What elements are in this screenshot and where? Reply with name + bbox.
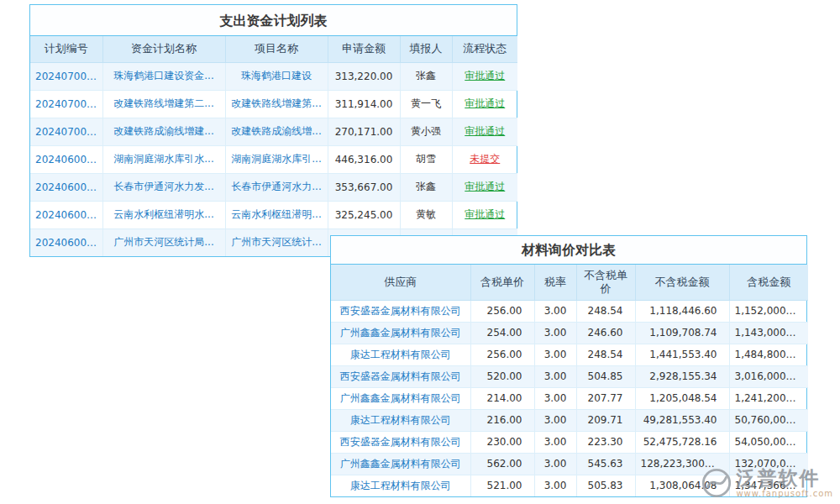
supplier-link[interactable]: 康达工程材料有限公司 [331,409,470,431]
process-status-link[interactable]: 审批通过 [452,62,517,90]
project-name-link[interactable]: 珠海鹤港口建设 [225,62,328,90]
table-row: 康达工程材料有限公司256.003.00248.541,441,553.401,… [331,344,808,365]
project-name-link[interactable]: 广州市天河区统计... [225,228,328,256]
amount-without-tax-cell: 49,281,553.40 [635,409,729,431]
price-with-tax-cell: 520.00 [470,365,534,387]
column-header-amount-with-tax: 含税金额 [729,265,808,300]
supplier-link[interactable]: 康达工程材料有限公司 [331,475,470,496]
amount-without-tax-cell: 2,928,155.34 [635,365,729,387]
column-header-filler: 填报人 [400,36,452,62]
price-without-tax-cell: 248.54 [576,344,635,365]
project-name-link[interactable]: 改建铁路成渝线增... [225,118,328,145]
supplier-link[interactable]: 广州鑫鑫金属材料有限公司 [331,322,470,344]
material-quote-table: 供应商含税单价税率不含税单价不含税金额含税金额西安盛器金属材料有限公司256.0… [331,265,808,496]
project-name-link[interactable]: 云南水利枢纽潜明... [225,201,328,228]
plan-no-link[interactable]: 2024070001 [30,118,102,145]
apply-amount-cell: 325,245.00 [328,201,400,228]
tax-rate-cell: 3.00 [534,387,576,409]
plan-no-link[interactable]: 2024070003 [30,62,102,90]
fanpu-logo-icon [701,467,732,499]
tax-rate-cell: 3.00 [534,322,576,344]
column-header-tax-rate: 税率 [534,265,576,300]
column-header-price-with-tax: 含税单价 [470,265,534,300]
table-row: 广州鑫鑫金属材料有限公司254.003.00246.601,109,708.74… [331,322,808,344]
amount-without-tax-cell: 1,118,446.60 [635,300,729,322]
column-header-process-status: 流程状态 [452,36,517,62]
column-header-price-without-tax: 不含税单价 [576,265,635,300]
amount-with-tax-cell: 1,152,000.00 [729,300,808,322]
supplier-link[interactable]: 西安盛器金属材料有限公司 [331,300,470,322]
watermark-text: 泛普软件 www.fanpusoft.com [736,468,833,497]
amount-without-tax-cell: 1,441,553.40 [635,344,729,365]
process-status-link[interactable]: 审批通过 [452,173,517,201]
plan-no-link[interactable]: 2024070002 [30,90,102,118]
amount-without-tax-cell: 52,475,728.16 [635,431,729,453]
filler-cell: 张鑫 [400,173,452,201]
tax-rate-cell: 3.00 [534,431,576,453]
fund-plan-name-link[interactable]: 改建铁路线增建第二... [102,90,225,118]
table-row: 西安盛器金属材料有限公司230.003.00223.3052,475,728.1… [331,431,808,453]
amount-with-tax-cell: 50,760,000.00 [729,409,808,431]
supplier-link[interactable]: 康达工程材料有限公司 [331,344,470,365]
fund-plan-name-link[interactable]: 湖南洞庭湖水库引水... [102,145,225,173]
price-with-tax-cell: 214.00 [470,387,534,409]
price-without-tax-cell: 504.85 [576,365,635,387]
amount-without-tax-cell: 1,109,708.74 [635,322,729,344]
column-header-plan-no: 计划编号 [30,36,102,62]
amount-without-tax-cell: 1,205,048.54 [635,387,729,409]
project-name-link[interactable]: 改建铁路线增建第... [225,90,328,118]
supplier-link[interactable]: 广州鑫鑫金属材料有限公司 [331,387,470,409]
tax-rate-cell: 3.00 [534,300,576,322]
tax-rate-cell: 3.00 [534,344,576,365]
filler-cell: 黄一飞 [400,90,452,118]
price-with-tax-cell: 256.00 [470,300,534,322]
tax-rate-cell: 3.00 [534,409,576,431]
price-without-tax-cell: 223.30 [576,431,635,453]
plan-no-link[interactable]: 2024060009 [30,201,102,228]
price-with-tax-cell: 254.00 [470,322,534,344]
fund-plan-name-link[interactable]: 广州市天河区统计局... [102,228,225,256]
fund-plan-name-link[interactable]: 云南水利枢纽潜明水... [102,201,225,228]
price-without-tax-cell: 209.71 [576,409,635,431]
filler-cell: 黄敏 [400,201,452,228]
table-row: 2024070001改建铁路成渝线增建...改建铁路成渝线增...270,171… [30,118,517,145]
table-row: 广州鑫鑫金属材料有限公司214.003.00207.771,205,048.54… [331,387,808,409]
supplier-link[interactable]: 西安盛器金属材料有限公司 [331,365,470,387]
column-header-project-name: 项目名称 [225,36,328,62]
process-status-link[interactable]: 审批通过 [452,90,517,118]
process-status-link[interactable]: 未提交 [452,145,517,173]
fund-plan-table-title: 支出资金计划列表 [30,5,517,36]
price-with-tax-cell: 230.00 [470,431,534,453]
supplier-link[interactable]: 广州鑫鑫金属材料有限公司 [331,453,470,475]
project-name-link[interactable]: 长春市伊通河水力... [225,173,328,201]
column-header-apply-amount: 申请金额 [328,36,400,62]
plan-no-link[interactable]: 2024060010 [30,173,102,201]
table-row: 2024060010长春市伊通河水力发...长春市伊通河水力...353,667… [30,173,517,201]
fund-plan-name-link[interactable]: 长春市伊通河水力发... [102,173,225,201]
price-without-tax-cell: 505.83 [576,475,635,496]
filler-cell: 胡雪 [400,145,452,173]
price-without-tax-cell: 246.60 [576,322,635,344]
material-quote-table-title: 材料询价对比表 [331,236,806,265]
project-name-link[interactable]: 湖南洞庭湖水库引... [225,145,328,173]
tax-rate-cell: 3.00 [534,365,576,387]
price-with-tax-cell: 256.00 [470,344,534,365]
fund-plan-name-link[interactable]: 珠海鹤港口建设资金... [102,62,225,90]
filler-cell: 黄小强 [400,118,452,145]
process-status-link[interactable]: 审批通过 [452,118,517,145]
column-header-supplier: 供应商 [331,265,470,300]
filler-cell: 张鑫 [400,62,452,90]
table-row: 2024060011湖南洞庭湖水库引水...湖南洞庭湖水库引...446,316… [30,145,517,173]
apply-amount-cell: 353,667.00 [328,173,400,201]
tax-rate-cell: 3.00 [534,453,576,475]
fanpu-watermark: 泛普软件 www.fanpusoft.com [701,467,833,499]
table-row: 2024060009云南水利枢纽潜明水...云南水利枢纽潜明...325,245… [30,201,517,228]
apply-amount-cell: 270,171.00 [328,118,400,145]
fund-plan-table: 计划编号资金计划名称项目名称申请金额填报人流程状态2024070003珠海鹤港口… [30,36,517,256]
fund-plan-name-link[interactable]: 改建铁路成渝线增建... [102,118,225,145]
process-status-link[interactable]: 审批通过 [452,201,517,228]
plan-no-link[interactable]: 2024060008 [30,228,102,256]
plan-no-link[interactable]: 2024060011 [30,145,102,173]
apply-amount-cell: 313,220.00 [328,62,400,90]
supplier-link[interactable]: 西安盛器金属材料有限公司 [331,431,470,453]
